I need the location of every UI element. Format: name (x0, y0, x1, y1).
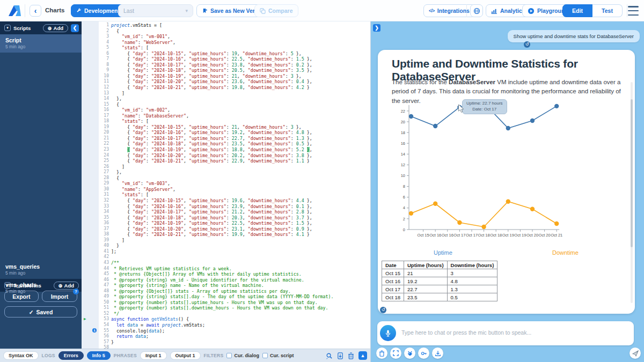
filter-current-script[interactable]: Cur. script (262, 353, 294, 358)
errors-pill[interactable]: Errors (58, 351, 84, 360)
code-line[interactable]: 11 { "day": "2024-10-20", "uptime_hours"… (82, 79, 370, 85)
code-line[interactable]: 1project.vmStats = [ (82, 23, 370, 28)
chevron-down-icon[interactable]: ▾ (4, 25, 11, 31)
info-pill[interactable]: Info 5 (87, 351, 111, 360)
info-icon[interactable]: i (92, 328, 97, 333)
code-editor[interactable]: 1project.vmStats = [2 {3 "vm_id": "vm-00… (82, 21, 370, 349)
uptime-downtime-line-chart[interactable]: 0246810121416182022Oct 15Oct 16Oct 16Oct… (387, 99, 635, 245)
search-chat-icon[interactable] (326, 352, 333, 359)
code-line[interactable]: 22 { "day": "2024-10-18", "uptime_hours"… (82, 141, 370, 147)
api-key-button[interactable] (418, 348, 429, 359)
code-line[interactable]: 35 { "day": "2024-10-18", "uptime_hours"… (82, 215, 370, 221)
code-line[interactable]: 30 "name": "AppServer", (82, 187, 370, 193)
script-item-Script[interactable]: Script5 min ago (0, 34, 82, 53)
code-line[interactable]: 27 }, (82, 169, 370, 175)
edit-mode-tab[interactable]: Edit (562, 4, 592, 17)
fullscreen-button[interactable] (390, 348, 401, 359)
code-line[interactable]: 39 ] (82, 238, 370, 243)
code-line[interactable]: 49 * @property {string} stats[].day - Th… (82, 294, 370, 300)
code-line[interactable]: i55 console.log(data); (82, 328, 370, 334)
code-line[interactable]: 21 { "day": "2024-10-17", "uptime_hours"… (82, 136, 370, 142)
app-logo[interactable] (8, 4, 22, 17)
checkbox-icon[interactable] (226, 353, 232, 358)
code-line[interactable]: 51 * @property {number} stats[].downtime… (82, 305, 370, 311)
code-line[interactable]: 57} (82, 339, 370, 345)
run-script-icon[interactable]: ▶ (84, 316, 86, 322)
mic-button[interactable] (380, 325, 396, 341)
menu-hamburger-icon[interactable] (628, 6, 639, 16)
code-line[interactable]: 26 ] (82, 164, 370, 170)
code-line[interactable]: 44 * Retrieves VM uptime statistics for … (82, 266, 370, 272)
code-line[interactable]: 47 * @property {string} name - Name of t… (82, 283, 370, 289)
code-line[interactable]: 32 { "day": "2024-10-15", "uptime_hours"… (82, 198, 370, 204)
code-line[interactable]: 10 { "day": "2024-10-19", "uptime_hours"… (82, 73, 370, 79)
code-line[interactable]: 38 { "day": "2024-10-21", "uptime_hours"… (82, 232, 370, 238)
replay-audio-icon[interactable]: ↺ (524, 41, 530, 48)
code-line[interactable]: 18 "stats": [ (82, 119, 370, 124)
add-script-button[interactable]: ⊕Add (43, 24, 68, 32)
language-globe-button[interactable] (470, 4, 483, 17)
legend-uptime[interactable]: Uptime (434, 249, 452, 256)
debug-button[interactable] (404, 348, 415, 359)
code-line[interactable]: 29 "vm_id": "vm-003", (82, 181, 370, 187)
import-button[interactable]: Import ? (42, 291, 77, 302)
code-line[interactable]: 33 { "day": "2024-10-16", "uptime_hours"… (82, 204, 370, 210)
code-line[interactable]: 28 { (82, 175, 370, 181)
code-line[interactable]: 6 { "day": "2024-10-15", "uptime_hours":… (82, 51, 370, 57)
integrations-button[interactable]: </> Integrations (423, 4, 475, 17)
code-line[interactable]: 24 { "day": "2024-10-20", "uptime_hours"… (82, 153, 370, 159)
code-line[interactable]: 48 * @property {Object[]} stats - Array … (82, 289, 370, 294)
clear-chat-button[interactable] (376, 348, 387, 359)
code-line[interactable]: 50 * @property {number} stats[].uptime_h… (82, 300, 370, 306)
input-pill[interactable]: Input 1 (140, 351, 167, 360)
code-line[interactable]: 40 } (82, 243, 370, 249)
code-line[interactable]: 54 let data = await project.vmStats; (82, 322, 370, 328)
filter-current-dialog[interactable]: Cur. dialog (226, 353, 259, 358)
code-line[interactable]: 7 { "day": "2024-10-16", "uptime_hours":… (82, 56, 370, 62)
panel-collapse-button[interactable]: ❯ (373, 24, 380, 32)
version-select[interactable]: Last ▾ (118, 4, 193, 17)
export-button[interactable]: Export (4, 291, 39, 302)
code-line[interactable]: 41]; (82, 249, 370, 255)
compare-button[interactable]: Compare (254, 4, 298, 17)
send-message-button[interactable] (630, 348, 641, 359)
code-line[interactable]: 45 * @returns {Object[]} Array of VMs wi… (82, 271, 370, 277)
code-line[interactable]: 15 { (82, 102, 370, 108)
code-line[interactable]: 43/** (82, 260, 370, 266)
code-line[interactable]: 37 { "day": "2024-10-20", "uptime_hours"… (82, 226, 370, 232)
checkbox-icon[interactable] (262, 353, 268, 358)
chat-input-box[interactable]: Type here to chat or press the mic butto… (377, 321, 634, 345)
code-line[interactable]: 8 { "day": "2024-10-17", "uptime_hours":… (82, 62, 370, 68)
code-line[interactable]: 31 "stats": [ (82, 192, 370, 198)
code-line[interactable]: 20 { "day": "2024-10-16", "uptime_hours"… (82, 130, 370, 136)
test-mode-tab[interactable]: Test (592, 4, 623, 17)
output-pill[interactable]: Output 1 (170, 351, 201, 360)
back-button[interactable]: ‹ (30, 5, 41, 17)
code-line[interactable]: 13 ] (82, 91, 370, 97)
code-line[interactable]: 9 { "day": "2024-10-18", "uptime_hours":… (82, 68, 370, 73)
help-badge[interactable]: ? (73, 289, 79, 294)
code-line[interactable]: 46 * @property {string} vm_id - Unique i… (82, 277, 370, 283)
replay-audio-icon[interactable]: ↺ (380, 307, 386, 313)
download-chat-button[interactable] (432, 348, 443, 359)
panel-expand-button[interactable]: ▲ (358, 351, 367, 360)
code-line[interactable]: 23 { "day": "2024-10-19", "uptime_hours"… (82, 147, 370, 153)
code-line[interactable]: ▶53async function getVmStats() { (82, 316, 370, 322)
code-line[interactable]: 19 { "day": "2024-10-15", "uptime_hours"… (82, 124, 370, 130)
code-line[interactable]: 2 { (82, 28, 370, 34)
code-line[interactable]: 34 { "day": "2024-10-17", "uptime_hours"… (82, 209, 370, 215)
code-line[interactable]: 36 { "day": "2024-10-19", "uptime_hours"… (82, 220, 370, 226)
code-line[interactable]: 17 "name": "DatabaseServer", (82, 113, 370, 119)
export-file-icon[interactable] (337, 352, 343, 359)
code-line[interactable]: 4 "name": "WebServer", (82, 40, 370, 46)
code-line[interactable]: 52 */ (82, 311, 370, 317)
saved-status-button[interactable]: ✓Saved (4, 306, 77, 317)
code-line[interactable]: 42 (82, 254, 370, 260)
code-line[interactable]: 16 "vm_id": "vm-002", (82, 107, 370, 113)
trash-icon[interactable] (348, 352, 354, 359)
code-line[interactable]: 56 return data; (82, 334, 370, 339)
code-line[interactable]: 25 { "day": "2024-10-21", "uptime_hours"… (82, 158, 370, 164)
transform-item-vms_queries[interactable]: vms_queries5 min ago (0, 261, 82, 279)
code-line[interactable]: 5 "stats": [ (82, 45, 370, 51)
code-line[interactable]: 58 (82, 345, 370, 349)
